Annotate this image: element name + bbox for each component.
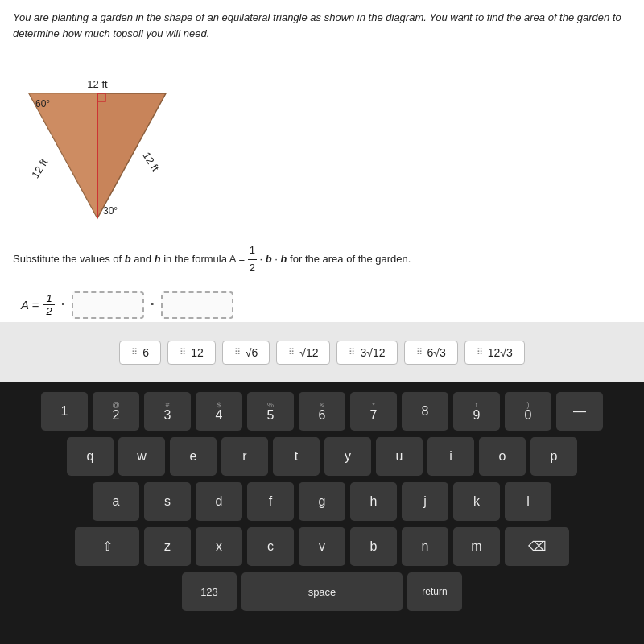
drag-icon-12sqrt3: ⠿ (477, 347, 483, 357)
tile-3sqrt12-label: 3√12 (360, 346, 385, 359)
tile-12sqrt3[interactable]: ⠿ 12√3 (464, 341, 525, 365)
key-m-pri: m (471, 540, 481, 553)
key-t[interactable]: t (273, 437, 320, 476)
drag-icon-sqrt12: ⠿ (288, 347, 295, 357)
key-6[interactable]: &6 (299, 392, 345, 431)
key-0-pri: 0 (525, 409, 532, 422)
key-v[interactable]: v (299, 527, 345, 566)
key-g[interactable]: g (299, 482, 345, 521)
key-x[interactable]: x (196, 527, 242, 566)
key-i[interactable]: i (427, 437, 474, 476)
var-b: b (125, 253, 131, 265)
key-2-pri: 2 (113, 409, 120, 422)
key-3[interactable]: #3 (144, 392, 191, 431)
key-n[interactable]: n (402, 527, 448, 566)
key-k[interactable]: k (453, 482, 500, 521)
key-f-pri: f (269, 495, 272, 508)
drag-icon-sqrt6: ⠿ (234, 347, 241, 357)
tile-6[interactable]: ⠿ 6 (119, 341, 161, 365)
key-row-numbers: 1 @2 #3 $4 %5 &6 *7 8 t9 )0 — (41, 392, 603, 431)
key-symbols[interactable]: 123 (182, 572, 237, 611)
key-j[interactable]: j (402, 482, 448, 521)
key-0[interactable]: )0 (505, 392, 551, 431)
key-shift[interactable]: ⇧ (75, 527, 139, 566)
key-o-pri: o (499, 450, 506, 463)
key-a[interactable]: a (93, 482, 139, 521)
triangle-highlight (29, 93, 97, 218)
key-6-pri: 6 (319, 409, 326, 422)
key-w[interactable]: w (118, 437, 165, 476)
formula-dot-2: · (151, 296, 155, 313)
var-h: h (155, 253, 161, 265)
tiles-area: ⠿ 6 ⠿ 12 ⠿ √6 ⠿ √12 ⠿ 3√12 ⠿ 6√3 ⠿ 12√3 (0, 322, 644, 382)
key-9-pri: 9 (473, 409, 481, 422)
label-right: 12 ft (140, 150, 161, 174)
key-8[interactable]: 8 (402, 392, 448, 431)
tile-12[interactable]: ⠿ 12 (167, 341, 216, 365)
key-h[interactable]: h (350, 482, 397, 521)
fraction: 1 2 (248, 253, 260, 265)
key-e[interactable]: e (170, 437, 217, 476)
key-m[interactable]: m (453, 527, 500, 566)
tile-sqrt12-label: √12 (299, 346, 318, 359)
key-row-zxcv: ⇧ z x c v b n m ⌫ (75, 527, 569, 566)
key-l[interactable]: l (505, 482, 551, 521)
drag-icon-12: ⠿ (180, 347, 186, 357)
key-row-qwerty: q w e r t y u i o p (67, 437, 577, 476)
key-b[interactable]: b (350, 527, 397, 566)
key-d[interactable]: d (196, 482, 242, 521)
key-w-pri: w (137, 450, 147, 463)
key-q[interactable]: q (67, 437, 114, 476)
key-minus[interactable]: — (556, 392, 603, 431)
key-t-pri: t (295, 450, 298, 463)
key-shift-pri: ⇧ (102, 540, 113, 553)
key-e-pri: e (190, 450, 197, 463)
key-r[interactable]: r (221, 437, 268, 476)
key-u[interactable]: u (376, 437, 423, 476)
key-return-label: return (422, 587, 447, 597)
key-z[interactable]: z (144, 527, 191, 566)
key-7[interactable]: *7 (350, 392, 397, 431)
key-8-pri: 8 (422, 405, 429, 418)
key-space[interactable]: space (242, 572, 402, 611)
key-o[interactable]: o (479, 437, 526, 476)
drop-box-1[interactable] (72, 291, 144, 319)
tile-sqrt12[interactable]: ⠿ √12 (276, 341, 330, 365)
key-row-space: 123 space return (182, 572, 462, 611)
label-top: 12 ft (87, 78, 108, 90)
drag-icon-6sqrt3: ⠿ (416, 347, 423, 357)
key-a-pri: a (113, 495, 120, 508)
drop-box-2[interactable] (161, 291, 233, 319)
key-row-asdf: a s d f g h j k l (93, 482, 551, 521)
key-c[interactable]: c (247, 527, 294, 566)
screen: You are planting a garden in the shape o… (0, 0, 644, 644)
key-f[interactable]: f (247, 482, 294, 521)
key-s[interactable]: s (144, 482, 191, 521)
key-space-label: space (308, 587, 336, 597)
key-5[interactable]: %5 (247, 392, 294, 431)
key-b-pri: b (370, 540, 378, 553)
key-g-pri: g (319, 495, 326, 508)
key-4[interactable]: $4 (196, 392, 242, 431)
key-i-pri: i (449, 450, 452, 463)
formula-line: A = 1 2 · · (13, 291, 631, 319)
key-c-pri: c (267, 540, 274, 553)
key-return[interactable]: return (407, 572, 462, 611)
tile-6sqrt3[interactable]: ⠿ 6√3 (404, 341, 458, 365)
key-2[interactable]: @2 (93, 392, 139, 431)
key-u-pri: u (396, 450, 403, 463)
key-backspace[interactable]: ⌫ (505, 527, 569, 566)
key-p-pri: p (551, 450, 558, 463)
label-left: 12 ft (29, 156, 50, 180)
tile-3sqrt12[interactable]: ⠿ 3√12 (336, 341, 397, 365)
key-p[interactable]: p (530, 437, 577, 476)
key-l-pri: l (526, 495, 530, 508)
key-9[interactable]: t9 (453, 392, 500, 431)
tile-sqrt6-label: √6 (246, 346, 258, 359)
key-4-pri: 4 (216, 409, 223, 422)
key-y[interactable]: y (324, 437, 371, 476)
key-q-pri: q (87, 450, 94, 463)
tile-sqrt6[interactable]: ⠿ √6 (222, 341, 270, 365)
key-backspace-pri: ⌫ (528, 540, 547, 553)
key-1[interactable]: 1 (41, 392, 88, 431)
